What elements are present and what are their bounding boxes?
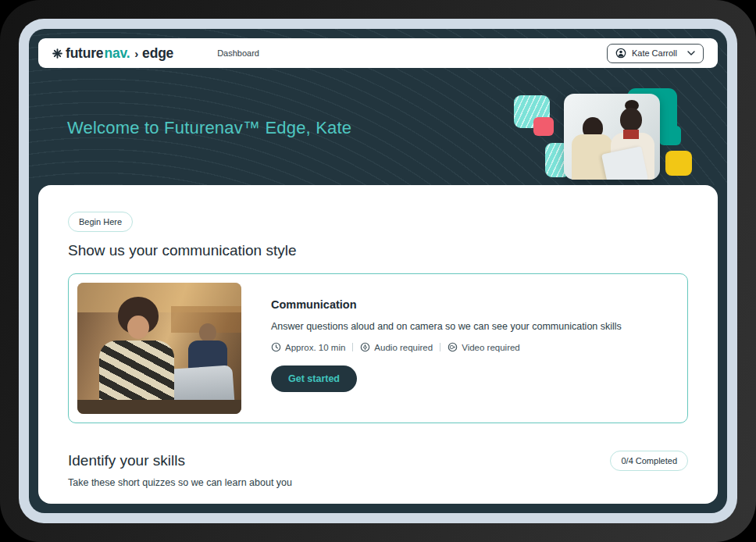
skills-section-heading: Identify your skills	[68, 452, 185, 469]
meta-divider	[352, 343, 353, 351]
user-icon	[615, 48, 626, 59]
skills-header-row: Identify your skills 0/4 Completed	[68, 451, 688, 471]
get-started-button[interactable]: Get started	[271, 365, 357, 392]
pink-square	[533, 117, 554, 136]
meta-video-label: Video required	[462, 343, 520, 352]
hero-photo	[564, 94, 660, 180]
app-window: futurenav.›edge Dashboard Kate Carroll W…	[29, 29, 727, 513]
video-icon	[448, 342, 458, 352]
asterisk-icon	[52, 48, 62, 59]
teal-square-small	[659, 126, 681, 145]
meta-duration-label: Approx. 10 min	[285, 343, 345, 352]
top-navbar: futurenav.›edge Dashboard Kate Carroll	[38, 38, 718, 68]
dashboard-content-panel: Begin Here Show us your communication st…	[38, 185, 718, 504]
communication-card-body: Communication Answer questions aloud and…	[271, 283, 622, 414]
futurenav-edge-logo[interactable]: futurenav.›edge	[52, 45, 173, 62]
chevron-down-icon	[687, 51, 695, 55]
logo-part-future: future	[66, 45, 103, 62]
meta-duration: Approx. 10 min	[271, 342, 345, 352]
begin-here-badge: Begin Here	[68, 212, 133, 232]
meta-audio: Audio required	[360, 342, 433, 352]
user-menu-label: Kate Carroll	[632, 48, 677, 58]
audio-icon	[360, 342, 370, 352]
progress-badge: 0/4 Completed	[610, 451, 688, 471]
meta-video: Video required	[448, 342, 520, 352]
communication-card-title: Communication	[271, 298, 622, 311]
hero-banner: Welcome to Futurenav™ Edge, Kate	[38, 68, 718, 185]
yellow-square	[665, 151, 692, 176]
communication-card-description: Answer questions aloud and on camera so …	[271, 321, 622, 332]
nav-link-dashboard[interactable]: Dashboard	[217, 48, 259, 58]
communication-section-heading: Show us your communication style	[68, 242, 688, 259]
logo-separator: ›	[134, 47, 138, 60]
communication-meta-row: Approx. 10 min Audio required	[271, 342, 622, 352]
clock-icon	[271, 342, 281, 352]
logo-part-nav: nav.	[104, 45, 130, 62]
skills-subtitle: Take these short quizzes so we can learn…	[68, 477, 688, 488]
hero-art-cluster	[38, 68, 718, 185]
logo-part-edge: edge	[142, 45, 173, 62]
communication-card: Communication Answer questions aloud and…	[68, 273, 688, 423]
meta-divider	[440, 343, 440, 351]
meta-audio-label: Audio required	[374, 343, 433, 352]
communication-photo	[77, 283, 241, 414]
user-menu-dropdown[interactable]: Kate Carroll	[607, 44, 704, 63]
